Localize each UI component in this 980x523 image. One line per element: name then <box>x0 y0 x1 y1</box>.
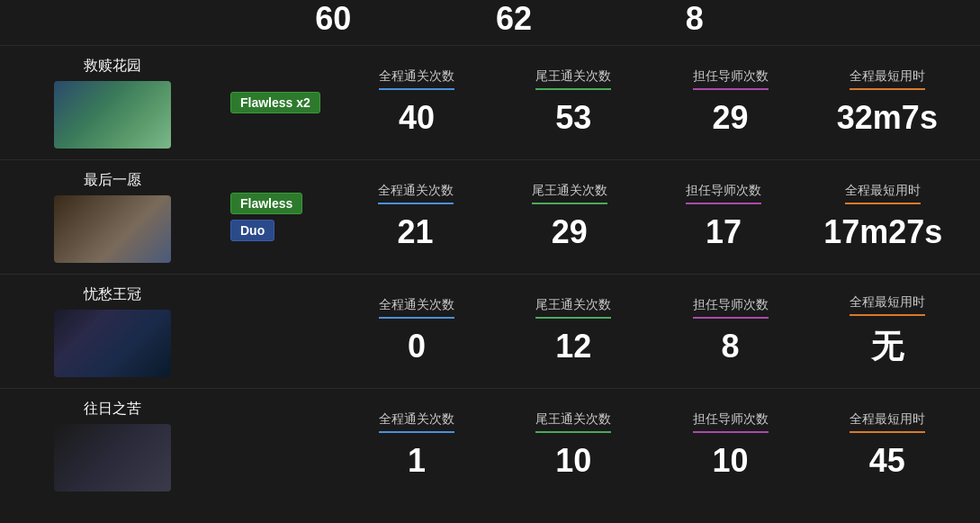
partial-stats: 60 62 8 <box>243 0 966 38</box>
partial-value-2: 62 <box>460 0 568 38</box>
raid-image-youyu <box>54 310 171 377</box>
stat-label-zuihou-1: 尾王通关次数 <box>532 183 607 204</box>
raid-name-wangri: 往日之苦 <box>84 400 141 419</box>
raid-list: 60 62 8 救赎花园Flawless x2全程通关次数40尾王通关次数53担… <box>0 0 980 502</box>
stat-label-jiuyuan-0: 全程通关次数 <box>379 68 454 90</box>
raid-thumbnail-zuihou <box>54 195 171 263</box>
stat-label-youyu-3: 全程最短用时 <box>850 294 925 316</box>
raid-info-youyu: 忧愁王冠 <box>9 285 216 377</box>
raid-row-jiuyuan: 救赎花园Flawless x2全程通关次数40尾王通关次数53担任导师次数29全… <box>0 46 980 160</box>
stat-value-youyu-2: 8 <box>722 328 740 365</box>
stat-col-youyu-1: 尾王通关次数12 <box>519 297 627 365</box>
stat-col-jiuyuan-2: 担任导师次数29 <box>677 68 785 137</box>
stat-label-wangri-0: 全程通关次数 <box>379 411 454 433</box>
partial-value-1: 60 <box>279 0 387 38</box>
raid-image-zuihou <box>54 195 171 263</box>
stat-col-zuihou-0: 全程通关次数21 <box>362 183 470 251</box>
raid-name-zuihou: 最后一愿 <box>84 171 141 190</box>
raid-info-wangri: 往日之苦 <box>9 400 216 491</box>
stat-label-jiuyuan-2: 担任导师次数 <box>693 68 769 90</box>
stat-value-wangri-1: 10 <box>555 442 591 480</box>
stat-value-zuihou-3: 17m27s <box>823 213 942 251</box>
raid-name-youyu: 忧愁王冠 <box>84 285 141 304</box>
stat-value-jiuyuan-3: 32m7s <box>837 99 938 137</box>
stat-value-zuihou-0: 21 <box>398 213 434 251</box>
stats-jiuyuan: 全程通关次数40尾王通关次数53担任导师次数29全程最短用时32m7s <box>338 68 966 137</box>
badges-jiuyuan: Flawless x2 <box>230 92 338 113</box>
stat-label-wangri-1: 尾王通关次数 <box>535 411 611 433</box>
stat-col-youyu-2: 担任导师次数8 <box>677 297 785 365</box>
stats-youyu: 全程通关次数0尾王通关次数12担任导师次数8全程最短用时无 <box>338 294 966 369</box>
stat-col-wangri-2: 担任导师次数10 <box>677 411 785 480</box>
stat-label-zuihou-3: 全程最短用时 <box>845 183 921 204</box>
stat-value-zuihou-1: 29 <box>552 213 588 251</box>
stat-label-youyu-2: 担任导师次数 <box>693 297 769 319</box>
raid-thumbnail-jiuyuan <box>54 81 171 149</box>
badge-duo-zuihou-1: Duo <box>230 220 274 241</box>
raid-info-jiuyuan: 救赎花园 <box>9 57 216 149</box>
stat-col-zuihou-2: 担任导师次数17 <box>670 183 778 251</box>
badge-flawless-jiuyuan-0: Flawless x2 <box>230 92 320 113</box>
stat-label-jiuyuan-3: 全程最短用时 <box>850 68 925 90</box>
stat-value-wangri-3: 45 <box>869 442 905 480</box>
raid-image-wangri <box>54 424 171 491</box>
stat-label-youyu-0: 全程通关次数 <box>379 297 454 319</box>
stat-value-youyu-0: 0 <box>408 328 426 365</box>
raid-name-jiuyuan: 救赎花园 <box>84 57 141 76</box>
raid-image-jiuyuan <box>54 81 171 149</box>
stat-col-wangri-3: 全程最短用时45 <box>833 411 941 480</box>
stat-col-wangri-0: 全程通关次数1 <box>363 411 471 480</box>
raid-row-wangri: 往日之苦全程通关次数1尾王通关次数10担任导师次数10全程最短用时45 <box>0 389 980 502</box>
stat-label-zuihou-2: 担任导师次数 <box>686 183 761 204</box>
stat-value-youyu-3: 无 <box>871 325 904 369</box>
stat-col-wangri-1: 尾王通关次数10 <box>519 411 627 480</box>
stat-value-zuihou-2: 17 <box>706 213 742 251</box>
stats-wangri: 全程通关次数1尾王通关次数10担任导师次数10全程最短用时45 <box>338 411 966 480</box>
raid-row-youyu: 忧愁王冠全程通关次数0尾王通关次数12担任导师次数8全程最短用时无 <box>0 275 980 389</box>
partial-top-row: 60 62 8 <box>0 0 980 46</box>
stat-label-jiuyuan-1: 尾王通关次数 <box>535 68 611 90</box>
stat-col-jiuyuan-1: 尾王通关次数53 <box>519 68 627 137</box>
stat-col-zuihou-1: 尾王通关次数29 <box>516 183 624 251</box>
stats-zuihou: 全程通关次数21尾王通关次数29担任导师次数17全程最短用时17m27s <box>338 183 966 251</box>
stat-value-jiuyuan-1: 53 <box>555 99 591 137</box>
badges-zuihou: FlawlessDuo <box>230 193 338 241</box>
stat-col-jiuyuan-3: 全程最短用时32m7s <box>833 68 941 137</box>
raid-thumbnail-youyu <box>54 310 171 377</box>
raid-row-zuihou: 最后一愿FlawlessDuo全程通关次数21尾王通关次数29担任导师次数17全… <box>0 160 980 275</box>
raids-container: 救赎花园Flawless x2全程通关次数40尾王通关次数53担任导师次数29全… <box>0 46 980 502</box>
stat-value-wangri-2: 10 <box>713 442 749 480</box>
stat-col-zuihou-3: 全程最短用时17m27s <box>823 183 942 251</box>
badge-flawless-zuihou-0: Flawless <box>230 193 302 214</box>
stat-label-zuihou-0: 全程通关次数 <box>378 183 454 204</box>
stat-value-jiuyuan-2: 29 <box>713 99 749 137</box>
stat-col-youyu-3: 全程最短用时无 <box>833 294 941 369</box>
stat-label-youyu-1: 尾王通关次数 <box>535 297 611 319</box>
partial-value-3: 8 <box>641 0 749 38</box>
stat-label-wangri-2: 担任导师次数 <box>693 411 769 433</box>
stat-value-jiuyuan-0: 40 <box>399 99 435 137</box>
stat-value-wangri-0: 1 <box>408 442 426 480</box>
raid-thumbnail-wangri <box>54 424 171 491</box>
stat-col-youyu-0: 全程通关次数0 <box>363 297 471 365</box>
stat-value-youyu-1: 12 <box>555 328 591 365</box>
raid-info-zuihou: 最后一愿 <box>9 171 216 263</box>
stat-label-wangri-3: 全程最短用时 <box>850 411 925 433</box>
stat-col-jiuyuan-0: 全程通关次数40 <box>363 68 471 137</box>
